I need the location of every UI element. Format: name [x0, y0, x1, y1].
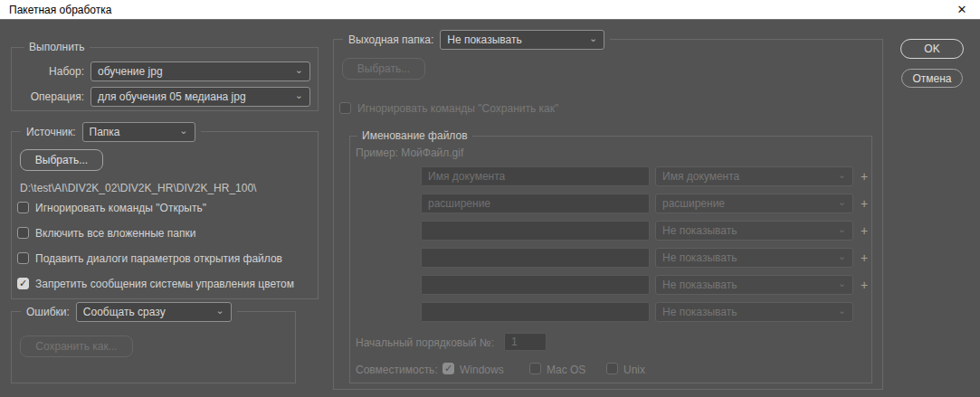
naming-row: Имя документа Имя документа ⌄ + — [350, 166, 873, 188]
chevron-down-icon: ⌄ — [838, 279, 846, 288]
errors-select[interactable]: Сообщать сразу ⌄ — [76, 302, 232, 322]
naming-example: Пример: МойФайл.gif — [356, 147, 463, 159]
chevron-down-icon: ⌄ — [216, 306, 224, 315]
add-variable-icon[interactable]: + — [861, 196, 868, 211]
option-row: Запретить сообщения системы управления ц… — [12, 277, 319, 291]
naming-text-field[interactable] — [421, 221, 650, 241]
batch-dialog: Пакетная обработка ✕ Выполнить Набор: об… — [0, 0, 980, 397]
chevron-down-icon: ⌄ — [295, 90, 303, 99]
file-naming-group: Именование файлов Пример: МойФайл.gif Им… — [349, 136, 872, 383]
naming-select[interactable]: Не показывать ⌄ — [655, 221, 853, 241]
titlebar: Пакетная обработка ✕ — [0, 0, 980, 20]
ignore-open-checkbox[interactable] — [17, 202, 29, 213]
chevron-down-icon: ⌄ — [838, 224, 846, 233]
errors-group: Ошибки: Сообщать сразу ⌄ Сохранить как..… — [11, 311, 296, 383]
naming-row: Не показывать ⌄ — [350, 302, 873, 324]
compatibility-label: Совместимость: — [356, 364, 438, 376]
compat-unix-checkbox[interactable] — [606, 363, 618, 374]
source-group: Источник: Папка ⌄ Выбрать... D:\test\AI\… — [11, 131, 319, 299]
output-choose-button[interactable]: Выбрать... — [342, 58, 425, 80]
source-group-header: Источник: Папка ⌄ — [21, 122, 201, 142]
output-folder-select[interactable]: Не показывать ⌄ — [440, 30, 604, 50]
output-group-header: Выходная папка: Не показывать ⌄ — [343, 30, 610, 50]
chevron-down-icon: ⌄ — [589, 33, 597, 43]
chevron-down-icon: ⌄ — [179, 126, 187, 135]
naming-text-field[interactable] — [421, 275, 650, 295]
naming-select[interactable]: Не показывать ⌄ — [655, 275, 853, 295]
source-label: Источник: — [26, 126, 76, 138]
source-choose-button[interactable]: Выбрать... — [20, 149, 103, 171]
add-variable-icon[interactable]: + — [861, 250, 868, 265]
naming-text-field[interactable] — [421, 302, 650, 322]
close-icon[interactable]: ✕ — [944, 0, 980, 20]
suppress-color-warnings-checkbox[interactable] — [17, 278, 29, 289]
chevron-down-icon: ⌄ — [295, 65, 303, 74]
chevron-down-icon: ⌄ — [838, 170, 846, 179]
chevron-down-icon: ⌄ — [838, 251, 846, 260]
naming-select[interactable]: Имя документа ⌄ — [655, 166, 853, 186]
suppress-open-dialogs-checkbox[interactable] — [17, 252, 29, 264]
set-select[interactable]: обучение jpg ⌄ — [90, 61, 310, 81]
execute-group-legend: Выполнить — [24, 41, 90, 53]
execute-group: Выполнить Набор: обучение jpg ⌄ Операция… — [11, 47, 319, 111]
cancel-button[interactable]: Отмена — [901, 69, 963, 88]
add-variable-icon[interactable]: + — [861, 223, 868, 238]
action-select[interactable]: для обучения 05 медиана jpg ⌄ — [90, 87, 310, 107]
naming-text-field[interactable]: расширение — [421, 194, 650, 213]
file-naming-legend: Именование файлов — [357, 129, 472, 142]
include-subfolders-checkbox[interactable] — [17, 227, 29, 239]
action-label: Операция: — [12, 90, 84, 103]
option-row: Игнорировать команды "Открыть" — [12, 201, 319, 215]
naming-select[interactable]: расширение ⌄ — [655, 194, 853, 213]
serial-number-input[interactable]: 1 — [504, 333, 547, 351]
naming-select[interactable]: Не показывать ⌄ — [655, 248, 853, 268]
ignore-save-as-checkbox[interactable] — [339, 102, 351, 114]
save-as-button[interactable]: Сохранить как... — [20, 336, 133, 357]
source-select[interactable]: Папка ⌄ — [82, 122, 195, 142]
ignore-save-as-row: Игнорировать команды "Сохранить как" — [334, 101, 877, 116]
naming-row: Не показывать ⌄ + — [350, 275, 873, 297]
errors-label: Ошибки: — [26, 306, 70, 318]
errors-group-header: Ошибки: Сообщать сразу ⌄ — [21, 302, 237, 322]
option-row: Подавить диалоги параметров открытия фай… — [12, 251, 319, 266]
naming-select[interactable]: Не показывать ⌄ — [655, 302, 853, 322]
naming-text-field[interactable] — [421, 248, 650, 268]
naming-row: Не показывать ⌄ + — [350, 221, 873, 242]
dialog-title: Пакетная обработка — [9, 0, 111, 20]
chevron-down-icon: ⌄ — [838, 197, 846, 206]
compat-windows-checkbox[interactable] — [442, 363, 454, 374]
add-variable-icon[interactable]: + — [861, 169, 868, 184]
add-variable-icon[interactable]: + — [861, 278, 868, 292]
naming-row: расширение расширение ⌄ + — [350, 194, 873, 215]
naming-row: Не показывать ⌄ + — [350, 248, 873, 269]
naming-text-field[interactable]: Имя документа — [421, 166, 650, 186]
chevron-down-icon: ⌄ — [838, 306, 846, 315]
source-path: D:\test\AI\DIV2K_02\DIV2K_HR\DIV2K_HR_10… — [20, 182, 256, 194]
ok-button[interactable]: OK — [900, 39, 964, 59]
compat-macos-checkbox[interactable] — [529, 363, 541, 374]
output-folder-label: Выходная папка: — [348, 33, 433, 46]
set-label: Набор: — [12, 65, 84, 78]
option-row: Включить все вложенные папки — [12, 226, 319, 241]
output-group: Выходная папка: Не показывать ⌄ Выбрать.… — [333, 39, 883, 390]
serial-number-label: Начальный порядковый №: — [356, 336, 494, 349]
